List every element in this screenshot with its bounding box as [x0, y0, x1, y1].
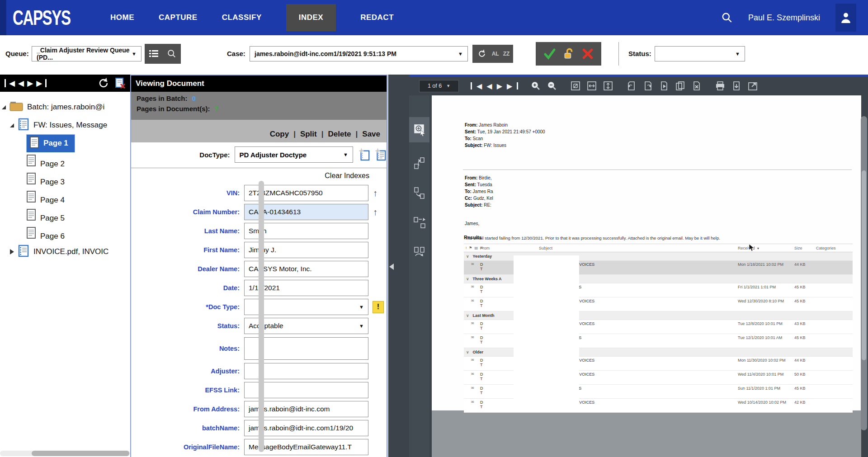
clear-indexes-link[interactable]: Clear Indexes: [325, 172, 369, 180]
new-document-icon[interactable]: [359, 149, 370, 160]
nav-index[interactable]: INDEX: [286, 4, 336, 31]
next-batch-button[interactable]: ▶: [27, 80, 33, 87]
selected-page-node[interactable]: Page 1: [26, 134, 75, 152]
doctype-select[interactable]: PD Adjuster Doctype ▼: [235, 146, 353, 163]
insert-page-button[interactable]: [658, 80, 670, 92]
tree-node-page[interactable]: Page 1: [0, 134, 130, 152]
open-new-window-button[interactable]: [747, 80, 759, 92]
page-node[interactable]: Page 2: [26, 155, 65, 169]
expanded-caret-icon[interactable]: [10, 123, 14, 127]
nav-home[interactable]: HOME: [110, 13, 134, 22]
print-button[interactable]: [714, 80, 726, 92]
move-page-to-doc-tool[interactable]: [410, 214, 429, 232]
tree-node-page[interactable]: Page 5: [0, 207, 130, 225]
push-value-up-icon[interactable]: ↑: [373, 207, 377, 217]
prev-page-button[interactable]: ◀: [486, 82, 492, 90]
delete-batch-icon[interactable]: [114, 77, 126, 89]
column-size[interactable]: Size: [794, 246, 816, 250]
dropdown-caret-icon: ▼: [446, 84, 450, 88]
size-cell: 44 KB: [794, 262, 816, 267]
page-node[interactable]: Page 3: [26, 173, 65, 187]
viewer-scrollbar[interactable]: [861, 116, 867, 430]
action-separator: |: [321, 130, 324, 139]
fit-page-button[interactable]: [570, 80, 581, 92]
zz-button[interactable]: ZZ: [503, 51, 510, 57]
action-split-link[interactable]: Split: [300, 130, 317, 139]
last-batch-button[interactable]: ▶: [36, 80, 42, 87]
rotate-page-left-button[interactable]: [626, 80, 637, 92]
copy-page-button[interactable]: [675, 80, 686, 92]
tree-node-page[interactable]: Page 4: [0, 188, 130, 207]
fit-width-button[interactable]: [586, 80, 598, 92]
tree-node-page[interactable]: Page 2: [0, 152, 130, 170]
new-document-with-content-icon[interactable]: [375, 149, 387, 160]
collapsed-caret-icon[interactable]: [10, 249, 14, 254]
nav-redact[interactable]: REDACT: [360, 13, 394, 22]
swap-pages-tool[interactable]: [410, 244, 429, 262]
zoom-select-tool[interactable]: [409, 117, 429, 142]
mail-item-icon: ✉: [464, 372, 480, 376]
tree-node-page[interactable]: Page 6: [0, 225, 130, 243]
reject-x-icon[interactable]: [582, 48, 594, 60]
column-categories[interactable]: Categories: [816, 246, 853, 250]
delete-page-button[interactable]: [691, 80, 703, 92]
refresh-tree-icon[interactable]: [98, 77, 109, 89]
next-page-button[interactable]: ▶: [497, 82, 502, 90]
viewer-scrollbar-thumb[interactable]: [862, 170, 866, 360]
collapse-panel-icon[interactable]: [389, 264, 394, 270]
canvas-footer: [432, 410, 861, 457]
email-header-line: Sent: Tue, 19 Jan 2021 21:49:57 +0000: [465, 128, 834, 135]
column-from[interactable]: From: [480, 246, 539, 250]
first-batch-icon[interactable]: [5, 79, 6, 87]
last-page-button[interactable]: ▶: [507, 82, 512, 90]
column-received[interactable]: Received▼: [738, 246, 794, 250]
action-save-link[interactable]: Save: [362, 130, 380, 139]
move-page-up-tool[interactable]: [410, 154, 429, 172]
al-button[interactable]: AL: [492, 51, 499, 57]
zoom-in-button[interactable]: [530, 80, 542, 92]
search-icon[interactable]: [721, 12, 733, 24]
save-page-button[interactable]: [731, 80, 742, 92]
decision-buttons-group: [536, 42, 601, 66]
tree-node-page[interactable]: Page 3: [0, 170, 130, 188]
refresh-icon[interactable]: [476, 48, 488, 60]
first-batch-button[interactable]: ◀: [9, 80, 15, 87]
tree-node-document[interactable]: FW: Issues, Message: [0, 116, 130, 134]
tree-node-document2[interactable]: INVOICE.pdf, INVOIC: [0, 243, 130, 261]
tree-header-bar: ◀ ◀ ▶ ▶: [0, 75, 130, 92]
action-delete-link[interactable]: Delete: [328, 130, 351, 139]
queue-toolbar: Queue: _Claim Adjuster Review Queue (PD.…: [0, 35, 868, 73]
user-avatar-icon[interactable]: [835, 4, 856, 32]
page-node[interactable]: Page 5: [26, 209, 65, 223]
unlock-icon[interactable]: [563, 48, 575, 60]
move-page-down-tool[interactable]: [410, 184, 429, 202]
prev-batch-button[interactable]: ◀: [18, 80, 24, 87]
nav-classify[interactable]: CLASSIFY: [222, 13, 262, 22]
user-name[interactable]: Paul E. Szemplinski: [748, 13, 820, 23]
expanded-caret-icon[interactable]: [2, 105, 6, 109]
nav-capture[interactable]: CAPTURE: [159, 13, 198, 22]
first-page-button[interactable]: ◀: [476, 82, 482, 90]
queue-select[interactable]: _Claim Adjuster Review Queue (PD... ▼: [32, 46, 142, 61]
zoom-out-button[interactable]: [546, 80, 558, 92]
panel-splitter[interactable]: [387, 75, 409, 457]
batch-list-icon[interactable]: [148, 48, 160, 60]
tree-horizontal-scrollbar[interactable]: [0, 451, 130, 456]
document-page[interactable]: From: James RaboinSent: Tue, 19 Jan 2021…: [432, 95, 861, 410]
tree-node-batch[interactable]: Batch: james.raboin@i: [0, 98, 130, 116]
push-value-up-icon[interactable]: ↑: [373, 188, 377, 198]
page-node[interactable]: Page 6: [26, 227, 65, 241]
column-subject[interactable]: Subject: [539, 246, 738, 250]
accept-check-icon[interactable]: [544, 48, 556, 60]
form-scrollbar-thumb[interactable]: [259, 181, 264, 452]
field-label: Date:: [131, 284, 244, 292]
fit-height-button[interactable]: [602, 80, 614, 92]
rotate-page-right-button[interactable]: [642, 80, 654, 92]
page-indicator-select[interactable]: 1 of 6 ▼: [419, 80, 459, 92]
tree-scrollbar-thumb[interactable]: [32, 451, 129, 456]
case-select[interactable]: james.raboin@idt-inc.com1/19/2021 9:51:1…: [250, 46, 468, 61]
queue-search-icon[interactable]: [166, 48, 178, 60]
action-copy-link[interactable]: Copy: [270, 130, 289, 139]
page-node[interactable]: Page 4: [26, 191, 65, 205]
status-select[interactable]: ▼: [655, 46, 745, 61]
